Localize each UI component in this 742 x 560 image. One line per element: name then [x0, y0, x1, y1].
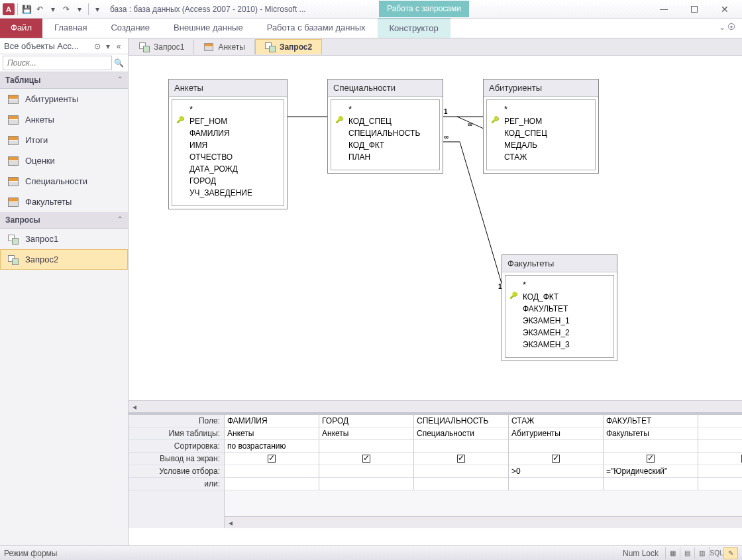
grid-column[interactable]: ФАКУЛЬТЕТФакультеты="Юридический" [604, 415, 698, 490]
checkbox-icon[interactable] [552, 455, 560, 463]
checkbox-icon[interactable] [268, 455, 276, 463]
grid-cell-field[interactable]: СТАЖ [509, 415, 603, 427]
nav-item-table[interactable]: Факультеты [0, 192, 128, 212]
field-all[interactable]: * [490, 103, 592, 115]
grid-column[interactable]: СТАЖАбитуриенты>0 [509, 415, 604, 490]
field-all[interactable]: * [508, 278, 611, 291]
scroll-left-icon[interactable]: ◂ [129, 402, 140, 412]
field-item[interactable]: ИМЯ [175, 139, 281, 151]
field-item[interactable]: ГОРОД [175, 175, 281, 187]
nav-item-table[interactable]: Абитуриенты [0, 89, 128, 109]
close-button[interactable]: ✕ [716, 3, 734, 16]
ribbon-tab-create[interactable]: Создание [99, 19, 162, 38]
field-item[interactable]: СПЕЦИАЛЬНОСТЬ [334, 127, 437, 139]
view-chart-button[interactable]: ▥ [694, 547, 709, 559]
grid-cell-or[interactable] [604, 478, 698, 490]
view-pivot-button[interactable]: ▤ [680, 547, 694, 559]
grid-hscroll[interactable]: ◂ ▸ [225, 516, 742, 528]
table-box-fakultety[interactable]: Факультеты * КОД_ФКТ ФАКУЛЬТЕТ ЭКЗАМЕН_1… [502, 254, 617, 361]
grid-column[interactable]: ГОРОДАнкеты [319, 415, 414, 490]
collapse-icon[interactable]: ⌃ [117, 215, 123, 225]
ribbon-tab-dbtools[interactable]: Работа с базами данных [255, 19, 378, 38]
field-item[interactable]: КОД_ФКТ [508, 291, 611, 303]
grid-column[interactable]: СПЕЦИАЛЬНОСТЬСпециальности [414, 415, 509, 490]
doc-tab-active[interactable]: Запрос2 [255, 39, 322, 54]
app-icon[interactable]: A [3, 3, 15, 15]
doc-tab[interactable]: Анкеты [194, 40, 254, 54]
grid-cell-sort[interactable]: по возрастанию [225, 440, 319, 453]
field-item[interactable]: УЧ_ЗАВЕДЕНИЕ [175, 187, 281, 199]
view-datasheet-button[interactable]: ▦ [665, 547, 680, 559]
grid-cell-sort[interactable] [604, 440, 698, 453]
table-box-header[interactable]: Абитуриенты [484, 80, 598, 97]
view-sql-button[interactable]: SQL [709, 547, 723, 559]
field-item[interactable]: МЕДАЛЬ [490, 139, 592, 151]
search-icon[interactable]: 🔍 [112, 58, 125, 68]
grid-cell-or[interactable] [319, 478, 413, 490]
field-item[interactable]: ДАТА_РОЖД [175, 163, 281, 175]
nav-item-table[interactable]: Оценки [0, 150, 128, 171]
nav-item-query[interactable]: Запрос1 [0, 229, 128, 249]
grid-cell-sort[interactable] [319, 440, 413, 453]
grid-cell-field[interactable]: ФАМИЛИЯ [225, 415, 319, 427]
nav-item-table[interactable]: Анкеты [0, 109, 128, 130]
help-button[interactable]: ⌄ ⦿ [712, 19, 742, 38]
grid-column-empty[interactable] [698, 415, 742, 490]
table-box-specialnosti[interactable]: Специальности * КОД_СПЕЦ СПЕЦИАЛЬНОСТЬ К… [327, 79, 443, 174]
table-box-header[interactable]: Факультеты [502, 255, 617, 272]
field-item[interactable]: ФАКУЛЬТЕТ [508, 303, 611, 315]
collapse-icon[interactable]: ⌃ [117, 76, 123, 85]
search-input[interactable] [3, 56, 112, 70]
nav-item-table[interactable]: Специальности [0, 171, 128, 192]
field-item[interactable]: ПЛАН [334, 151, 437, 163]
grid-cell-criteria[interactable]: ="Юридический" [604, 465, 698, 478]
nav-group-queries[interactable]: Запросы ⌃ [0, 212, 128, 229]
diagram-hscroll[interactable]: ◂ ▸ [129, 400, 742, 412]
field-item[interactable]: СТАЖ [490, 151, 592, 163]
grid-cell-or[interactable] [509, 478, 603, 490]
field-all[interactable]: * [175, 103, 281, 115]
table-box-ankety[interactable]: Анкеты * РЕГ_НОМ ФАМИЛИЯ ИМЯ ОТЧЕСТВО ДА… [168, 79, 288, 209]
chevron-down-icon[interactable]: ▾ [103, 42, 113, 51]
field-item[interactable]: КОД_СПЕЦ [334, 115, 437, 127]
grid-cell-show[interactable] [225, 453, 319, 465]
table-box-header[interactable]: Специальности [328, 80, 443, 97]
view-design-button[interactable]: ✎ [723, 547, 738, 559]
nav-collapse-button[interactable]: « [113, 42, 124, 51]
grid-cell-criteria[interactable] [225, 465, 319, 478]
grid-cell-or[interactable] [225, 478, 319, 490]
grid-cell-or[interactable] [414, 478, 508, 490]
qat-customize[interactable]: ▾ [91, 3, 103, 16]
grid-cell-field[interactable]: ФАКУЛЬТЕТ [604, 415, 698, 427]
field-item[interactable]: РЕГ_НОМ [175, 115, 281, 127]
redo-dropdown[interactable]: ▾ [74, 3, 85, 16]
field-item[interactable]: РЕГ_НОМ [490, 115, 592, 127]
ribbon-tab-external[interactable]: Внешние данные [162, 19, 255, 38]
undo-dropdown[interactable]: ▾ [47, 3, 59, 16]
undo-button[interactable]: ↶ [34, 3, 46, 16]
field-item[interactable]: ФАМИЛИЯ [175, 127, 281, 139]
checkbox-icon[interactable] [647, 455, 655, 463]
grid-cell-table[interactable]: Специальности [414, 427, 508, 440]
diagram-pane[interactable]: 1 1 ∞ ∞ 1 Анкеты * РЕГ_НОМ [129, 56, 742, 400]
field-item[interactable]: КОД_ФКТ [334, 139, 437, 151]
grid-cell-show[interactable] [604, 453, 698, 465]
maximize-button[interactable] [685, 3, 704, 16]
checkbox-icon[interactable] [457, 455, 465, 463]
nav-header[interactable]: Все объекты Acc... ⊙ ▾ « [0, 38, 128, 54]
grid-cell-show[interactable] [319, 453, 413, 465]
grid-cell-show[interactable] [509, 453, 603, 465]
table-box-header[interactable]: Анкеты [169, 80, 287, 97]
grid-cell-table[interactable]: Абитуриенты [509, 427, 603, 440]
field-item[interactable]: ЭКЗАМЕН_3 [508, 339, 611, 351]
field-item[interactable]: КОД_СПЕЦ [490, 127, 592, 139]
scroll-left-icon[interactable]: ◂ [225, 518, 237, 528]
grid-cell-field[interactable]: СПЕЦИАЛЬНОСТЬ [414, 415, 508, 427]
field-item[interactable]: ЭКЗАМЕН_2 [508, 327, 611, 339]
grid-cell-sort[interactable] [414, 440, 508, 453]
ribbon-tab-home[interactable]: Главная [42, 19, 99, 38]
grid-cell-sort[interactable] [509, 440, 603, 453]
minimize-button[interactable]: — [655, 3, 673, 16]
nav-item-table[interactable]: Итоги [0, 130, 128, 150]
field-item[interactable]: ЭКЗАМЕН_1 [508, 315, 611, 327]
